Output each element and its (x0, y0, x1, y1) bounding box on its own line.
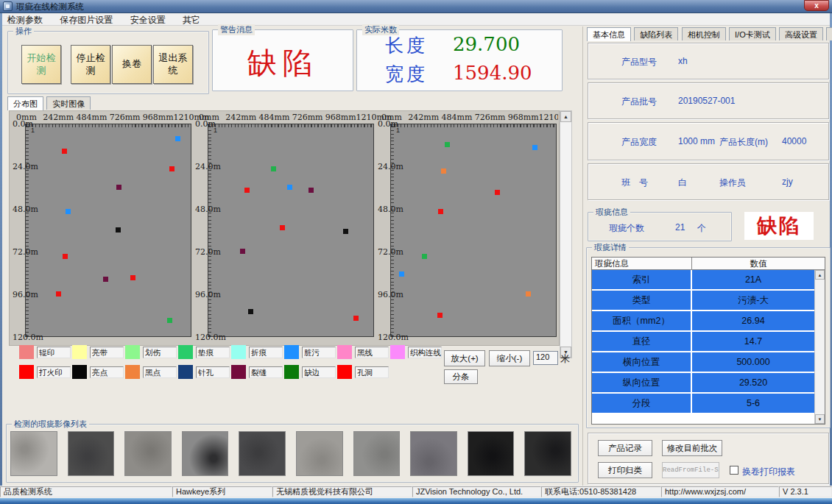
warning-group-title: 警告消息 (218, 24, 255, 35)
x-axis-tick-label: 484mm (441, 113, 472, 122)
x-axis-tick-label: 726mm (292, 113, 323, 122)
print-report-checkbox-label: 换卷打印报表 (742, 466, 795, 478)
legend-color-swatch (125, 345, 140, 359)
table-row[interactable]: 横向位置500.000 (592, 352, 814, 373)
length-value: 29.700 (453, 33, 520, 55)
table-row[interactable]: 面积（mm2）26.94 (592, 311, 814, 332)
tab-advanced-settings[interactable]: 高级设置 (779, 27, 823, 40)
defect-point-black (116, 227, 121, 233)
taskbar-strip (0, 498, 832, 504)
print-report-checkbox[interactable] (730, 466, 738, 475)
shift-label: 班 号 (621, 177, 648, 189)
window-border-left (0, 13, 2, 498)
table-scroll-down-icon[interactable]: ▼ (815, 414, 825, 424)
legend-item: 裂缝 (231, 365, 284, 379)
stop-detection-button[interactable]: 停止检测 (71, 45, 110, 84)
defect-point-blue (66, 209, 71, 214)
chart-scrollbar[interactable]: ▲ ▼ (560, 110, 572, 358)
tab-io-test[interactable]: I/O卡测试 (729, 27, 776, 40)
status-cell-2: Hawkeye系列 (172, 486, 272, 497)
legend-color-swatch (390, 345, 405, 359)
product-model-value: xh (678, 56, 688, 66)
defect-thumbnail-3[interactable] (124, 431, 172, 476)
legend-color-swatch (19, 345, 34, 359)
defect-thumbnail-1[interactable] (10, 431, 57, 476)
defect-detail-group: 瑕疵详情 瑕疵信息 数值 索引21A 类型污渍-大 面积（mm2）26.94 直… (586, 247, 831, 428)
menu-item-security-settings[interactable]: 安全设置 (123, 13, 173, 27)
start-detection-button[interactable]: 开始检测 (21, 45, 61, 84)
defect-images-title: 检测的瑕疵影像列表 (12, 419, 89, 430)
modify-batch-button[interactable]: 修改目前批次 (662, 440, 722, 456)
defect-point-red (56, 291, 61, 297)
defect-point-green (167, 318, 172, 323)
tab-distribution[interactable]: 分布图 (7, 96, 43, 110)
legend-item: 亮带 (72, 345, 125, 359)
row-value: 26.94 (692, 311, 814, 330)
operator-label: 操作员 (719, 177, 746, 189)
defect-thumbnail-9[interactable] (468, 431, 515, 476)
legend-color-swatch (337, 345, 352, 359)
table-scrollbar[interactable]: ▲ ▼ (814, 270, 825, 424)
defect-point-green (271, 166, 276, 171)
exit-system-button[interactable]: 退出系统 (153, 45, 193, 84)
tab-run-status[interactable]: 运行状态信息 (826, 27, 832, 40)
scatter-plot-2[interactable]: 1 (208, 124, 374, 337)
split-button[interactable]: 分条 (444, 369, 478, 384)
tab-camera-control[interactable]: 相机控制 (682, 27, 726, 40)
y-axis-tick-label: 72.0m (195, 247, 221, 257)
legend-label: 打火印 (37, 366, 71, 378)
change-roll-button[interactable]: 换卷 (112, 45, 152, 84)
table-row[interactable]: 直径14.7 (592, 332, 814, 352)
legend-color-swatch (284, 345, 299, 359)
defect-count-label: 瑕疵个数 (609, 222, 644, 235)
defect-point-purple (116, 185, 121, 190)
defect-point-red (495, 190, 500, 195)
defect-thumbnail-2[interactable] (68, 431, 115, 476)
legend-label: 黑点 (143, 366, 177, 378)
distribution-chart-area: 0mm242mm484mm726mm968mm1210mm0.0m24.0m48… (9, 110, 560, 346)
product-record-button[interactable]: 产品记录 (598, 440, 652, 456)
defect-thumbnail-8[interactable] (410, 431, 457, 476)
row-label: 纵向位置 (592, 373, 692, 392)
defect-thumbnail-7[interactable] (353, 431, 401, 476)
tab-defect-list[interactable]: 缺陷列表 (634, 27, 678, 40)
defect-point-red (244, 188, 250, 193)
defect-thumbnail-4[interactable] (182, 431, 229, 476)
status-cell-4: JZVision Technology Co., Ltd. (412, 486, 541, 497)
y-axis-tick-label: 0.0m (378, 119, 398, 129)
row-label: 横向位置 (592, 352, 692, 372)
scatter-plot-1[interactable]: 1 (25, 124, 191, 337)
table-row[interactable]: 索引21A (592, 270, 814, 291)
defect-info-group: 瑕疵信息 瑕疵个数 21 个 (588, 212, 732, 241)
scatter-plot-3[interactable]: 1 (390, 124, 557, 337)
legend-label: 亮带 (90, 347, 124, 358)
status-cell-5: 联系电话:0510-85381428 (541, 486, 661, 497)
table-row[interactable]: 分段5-6 (592, 394, 814, 414)
legend-color-swatch (284, 365, 299, 379)
table-scroll-up-icon[interactable]: ▲ (815, 270, 825, 280)
defect-point-red (280, 225, 285, 230)
table-row[interactable]: 纵向位置29.520 (592, 373, 814, 394)
zoom-out-button[interactable]: 缩小(-) (489, 350, 530, 366)
menu-item-save-image-settings[interactable]: 保存图片设置 (52, 13, 120, 27)
zoom-in-button[interactable]: 放大(+) (444, 350, 485, 366)
scroll-up-icon[interactable]: ▲ (560, 111, 571, 122)
y-axis-tick-label: 24.0m (195, 162, 221, 171)
menu-item-other[interactable]: 其它 (175, 13, 208, 27)
close-button[interactable]: x (804, 0, 829, 11)
y-axis-tick-label: 96.0m (378, 290, 403, 299)
defect-thumbnail-10[interactable] (524, 431, 571, 476)
legend-label: 孔洞 (355, 366, 389, 378)
x-axis-tick-label: 242mm (408, 113, 439, 122)
defect-thumbnail-5[interactable] (239, 431, 286, 476)
print-classify-button[interactable]: 打印归类 (598, 462, 652, 478)
table-row[interactable]: 类型污渍-大 (592, 291, 814, 311)
defect-thumbnail-6[interactable] (296, 431, 343, 476)
meter-range-input[interactable]: 120 (533, 351, 558, 365)
tab-live-image[interactable]: 实时图像 (46, 96, 91, 110)
title-bar[interactable]: 瑕疵在线检测系统 x (0, 0, 832, 13)
tab-basic-info[interactable]: 基本信息 (587, 27, 631, 41)
legend-item: 亮点 (72, 365, 125, 379)
defect-count-unit: 个 (697, 222, 706, 235)
legend-color-swatch (178, 345, 193, 359)
